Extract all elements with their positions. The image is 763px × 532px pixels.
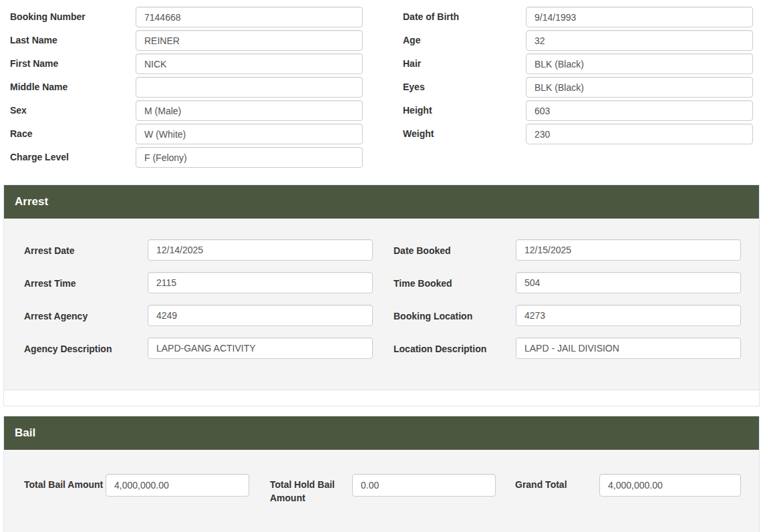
field-row: First Name xyxy=(10,53,363,74)
first-name-label: First Name xyxy=(10,53,136,74)
field-row: Charge Level xyxy=(10,147,363,168)
bail-section-body: Total Bail Amount Total Hold Bail Amount… xyxy=(4,450,759,532)
total-hold-bail-amount-label: Total Hold Bail Amount xyxy=(270,474,352,505)
last-name-label: Last Name xyxy=(10,30,136,51)
field-row: Height xyxy=(403,100,753,121)
field-row: Race xyxy=(10,124,363,144)
eyes-label: Eyes xyxy=(403,77,526,98)
date-of-birth-label: Date of Birth xyxy=(403,7,526,27)
sex-label: Sex xyxy=(10,100,136,121)
date-booked-label: Date Booked xyxy=(394,239,516,261)
field-row: Agency Description Location Description xyxy=(24,338,739,359)
field-group: Total Bail Amount xyxy=(24,474,249,505)
bail-section: Bail Total Bail Amount Total Hold Bail A… xyxy=(3,416,760,532)
arrest-section-header: Arrest xyxy=(4,185,759,219)
weight-input[interactable] xyxy=(526,124,753,144)
total-hold-bail-amount-input[interactable] xyxy=(352,474,496,497)
eyes-input[interactable] xyxy=(526,77,753,98)
booking-location-label: Booking Location xyxy=(394,305,516,326)
arrest-section: Arrest Arrest Date Date Booked Arrest Ti… xyxy=(3,184,760,406)
field-row: Hair xyxy=(403,53,753,74)
arrest-section-body: Arrest Date Date Booked Arrest Time Time… xyxy=(4,219,759,390)
field-row: Sex xyxy=(10,100,363,121)
field-group: Location Description xyxy=(394,338,741,359)
field-group: Total Hold Bail Amount xyxy=(270,474,496,505)
middle-name-label: Middle Name xyxy=(10,77,136,98)
date-booked-input[interactable] xyxy=(516,239,741,261)
middle-name-input[interactable] xyxy=(136,77,363,98)
field-row: Middle Name xyxy=(10,77,363,98)
field-row: Last Name xyxy=(10,30,363,51)
grand-total-input[interactable] xyxy=(599,474,741,497)
race-input[interactable] xyxy=(136,124,363,144)
weight-label: Weight xyxy=(403,124,526,144)
age-label: Age xyxy=(403,30,526,51)
height-input[interactable] xyxy=(526,100,753,121)
arrest-date-label: Arrest Date xyxy=(24,239,148,261)
field-group: Date Booked xyxy=(394,239,741,261)
field-row: Arrest Date Date Booked xyxy=(24,239,739,261)
field-row: Arrest Time Time Booked xyxy=(24,272,739,293)
time-booked-input[interactable] xyxy=(516,272,741,293)
field-group: Arrest Agency xyxy=(24,305,373,326)
age-input[interactable] xyxy=(526,30,753,51)
identity-section: Booking Number Last Name First Name Midd… xyxy=(0,0,763,170)
arrest-section-footer xyxy=(4,390,759,406)
identity-column-left: Booking Number Last Name First Name Midd… xyxy=(10,7,363,170)
arrest-section-title: Arrest xyxy=(15,195,48,208)
field-row: Arrest Agency Booking Location xyxy=(24,305,739,326)
field-row: Booking Number xyxy=(10,7,363,27)
field-group: Grand Total xyxy=(515,474,741,505)
location-description-label: Location Description xyxy=(394,338,516,359)
agency-description-label: Agency Description xyxy=(24,338,148,359)
location-description-input[interactable] xyxy=(516,338,741,359)
field-row: Age xyxy=(403,30,753,51)
first-name-input[interactable] xyxy=(136,53,363,74)
charge-level-label: Charge Level xyxy=(10,147,136,168)
height-label: Height xyxy=(403,100,526,121)
identity-column-right: Date of Birth Age Hair Eyes Height Weigh… xyxy=(403,7,753,170)
bail-section-title: Bail xyxy=(15,426,35,439)
field-group: Agency Description xyxy=(24,338,373,359)
field-row: Weight xyxy=(403,124,753,144)
grand-total-label: Grand Total xyxy=(515,474,599,505)
field-group: Time Booked xyxy=(394,272,741,293)
agency-description-input[interactable] xyxy=(148,338,373,359)
hair-label: Hair xyxy=(403,53,526,74)
field-group: Booking Location xyxy=(394,305,741,326)
arrest-agency-input[interactable] xyxy=(148,305,373,326)
date-of-birth-input[interactable] xyxy=(526,7,753,27)
bail-section-header: Bail xyxy=(4,416,759,450)
time-booked-label: Time Booked xyxy=(394,272,516,293)
booking-location-input[interactable] xyxy=(516,305,741,326)
hair-input[interactable] xyxy=(526,53,753,74)
charge-level-input[interactable] xyxy=(136,147,363,168)
field-group: Arrest Date xyxy=(24,239,373,261)
field-row: Date of Birth xyxy=(403,7,753,27)
arrest-time-input[interactable] xyxy=(148,272,373,293)
race-label: Race xyxy=(10,124,136,144)
booking-number-label: Booking Number xyxy=(10,7,136,27)
total-bail-amount-label: Total Bail Amount xyxy=(24,474,106,505)
last-name-input[interactable] xyxy=(136,30,363,51)
field-row: Eyes xyxy=(403,77,753,98)
field-group: Arrest Time xyxy=(24,272,373,293)
arrest-date-input[interactable] xyxy=(148,239,373,261)
booking-number-input[interactable] xyxy=(136,7,363,27)
sex-input[interactable] xyxy=(136,100,363,121)
arrest-agency-label: Arrest Agency xyxy=(24,305,148,326)
arrest-time-label: Arrest Time xyxy=(24,272,148,293)
total-bail-amount-input[interactable] xyxy=(106,474,249,497)
